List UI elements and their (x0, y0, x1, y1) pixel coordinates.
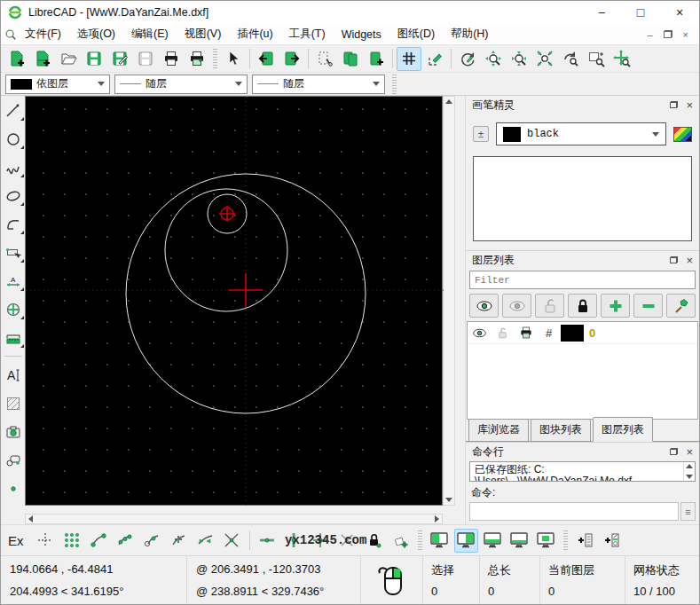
redo-button[interactable] (279, 47, 304, 71)
zoom-pan-button[interactable] (610, 47, 634, 71)
restrict-vertical-button[interactable] (282, 529, 306, 553)
remove-layer-button[interactable] (633, 294, 663, 318)
measure-tool-button[interactable] (3, 327, 24, 348)
horizontal-scrollbar[interactable] (25, 514, 443, 524)
scroll-down-icon[interactable] (686, 475, 693, 479)
copy-button[interactable] (338, 47, 363, 71)
pen-preview-listbox[interactable] (473, 156, 692, 241)
zoom-previous-button[interactable] (558, 47, 583, 71)
dock-float-button[interactable] (670, 101, 678, 108)
cut-button[interactable] (312, 47, 337, 71)
image-tool-button[interactable] (3, 421, 24, 442)
view-widget-2-button[interactable] (454, 529, 478, 553)
restrict-horizontal-button[interactable] (256, 529, 279, 553)
zoom-window-button[interactable] (584, 47, 609, 71)
layer-lock-icon[interactable] (492, 326, 514, 340)
add-layer-button[interactable] (601, 294, 630, 318)
dock-close-icon[interactable]: × (686, 255, 693, 266)
vertical-scrollbar[interactable] (443, 96, 455, 506)
tab-block-list[interactable]: 图块列表 (531, 419, 591, 441)
mdi-close-button[interactable]: × (683, 29, 688, 40)
width-combo[interactable]: 随层 (114, 75, 248, 94)
command-history-scrollbar[interactable] (683, 462, 695, 481)
layer-filter-input[interactable] (469, 271, 696, 289)
minimize-button[interactable]: − (582, 1, 621, 24)
drawing-canvas[interactable] (25, 96, 443, 506)
unlock-all-layers-button[interactable] (535, 294, 564, 318)
restrict-nothing-button[interactable] (335, 529, 359, 553)
scroll-down-icon[interactable] (445, 498, 452, 502)
new-from-template-button[interactable] (30, 47, 55, 71)
toolbar-drag-handle[interactable] (213, 49, 217, 68)
print-button[interactable] (159, 47, 184, 71)
view-widget-3-button[interactable] (481, 529, 505, 553)
snap-endpoints-button[interactable] (87, 529, 111, 553)
layer-row[interactable]: # 0 (468, 322, 697, 344)
color-combo[interactable]: 依图层 (5, 75, 110, 94)
menu-edit[interactable]: 编辑(E) (123, 24, 177, 44)
paste-button[interactable] (364, 47, 389, 71)
tab-library-browser[interactable]: 库浏览器 (468, 419, 529, 441)
menu-drawings[interactable]: 图纸(D) (389, 24, 443, 44)
new-file-button[interactable] (4, 47, 29, 71)
exclusive-snap-label[interactable]: Ex (8, 533, 24, 548)
point-tool-button[interactable] (3, 478, 24, 499)
menu-widgets[interactable]: Widgets (334, 26, 389, 43)
polyline-tool-button[interactable] (3, 214, 24, 234)
snap-middle-button[interactable] (167, 529, 191, 553)
snap-distance-button[interactable] (193, 529, 217, 553)
zoom-in-button[interactable] (481, 47, 506, 71)
menu-plugins[interactable]: 插件(u) (229, 24, 280, 44)
save-all-button[interactable] (133, 47, 158, 71)
zoom-auto-button[interactable] (532, 47, 557, 71)
snap-center-button[interactable] (140, 529, 164, 553)
dock-close-icon[interactable]: × (686, 446, 693, 458)
add-command-widget-button[interactable] (573, 529, 597, 553)
save-button[interactable] (82, 47, 106, 71)
pen-color-combo[interactable]: black (496, 122, 666, 145)
show-all-layers-button[interactable] (469, 294, 499, 318)
tab-layer-list[interactable]: 图层列表 (593, 417, 653, 442)
lock-all-layers-button[interactable] (568, 294, 597, 318)
redraw-button[interactable] (455, 47, 480, 71)
snap-intersection-button[interactable] (220, 529, 244, 553)
toolbar-drag-handle[interactable] (563, 530, 568, 550)
add-pen-widget-button[interactable] (600, 529, 624, 553)
mdi-restore-button[interactable] (664, 30, 672, 38)
print-preview-button[interactable] (185, 47, 209, 71)
dock-float-button[interactable] (670, 448, 678, 455)
view-widget-5-button[interactable] (534, 529, 558, 553)
dock-float-button[interactable] (670, 256, 678, 263)
snap-on-entity-button[interactable] (114, 529, 138, 553)
menu-options[interactable]: 选项(O) (69, 24, 123, 44)
linetype-combo[interactable]: 随层 (252, 75, 385, 94)
pen-spinner-button[interactable]: ± (473, 126, 489, 142)
restrict-orthogonal-button[interactable] (309, 529, 333, 553)
circle-tool-button[interactable] (3, 129, 24, 149)
maximize-button[interactable]: □ (621, 1, 660, 24)
grid-toggle-button[interactable] (397, 47, 421, 71)
hide-all-layers-button[interactable] (502, 294, 531, 318)
save-as-button[interactable] (107, 47, 132, 71)
layer-name[interactable]: 0 (589, 326, 595, 340)
view-widget-1-button[interactable] (428, 529, 452, 553)
layer-color-swatch[interactable] (561, 325, 584, 342)
menu-file[interactable]: 文件(F) (17, 24, 69, 44)
layer-construction-icon[interactable]: # (538, 326, 560, 340)
toolbar-drag-handle[interactable] (418, 530, 422, 550)
mdi-minimize-button[interactable]: – (647, 29, 652, 40)
set-relative-zero-button[interactable] (389, 529, 413, 553)
view-widget-4-button[interactable] (507, 529, 531, 553)
scroll-left-icon[interactable] (28, 515, 33, 522)
command-input[interactable] (469, 502, 679, 521)
line-tool-button[interactable] (3, 100, 24, 121)
modify-move-tool-button[interactable] (3, 299, 24, 319)
toolbar-drag-handle[interactable] (392, 75, 397, 94)
snap-free-button[interactable] (34, 529, 58, 553)
scroll-up-icon[interactable] (445, 99, 452, 104)
command-options-button[interactable]: ≡ (680, 502, 696, 521)
hatch-tool-button[interactable] (3, 393, 24, 413)
curve-tool-button[interactable] (3, 157, 24, 177)
close-button[interactable]: × (660, 1, 699, 24)
dimension-tool-button[interactable]: A (3, 271, 24, 291)
